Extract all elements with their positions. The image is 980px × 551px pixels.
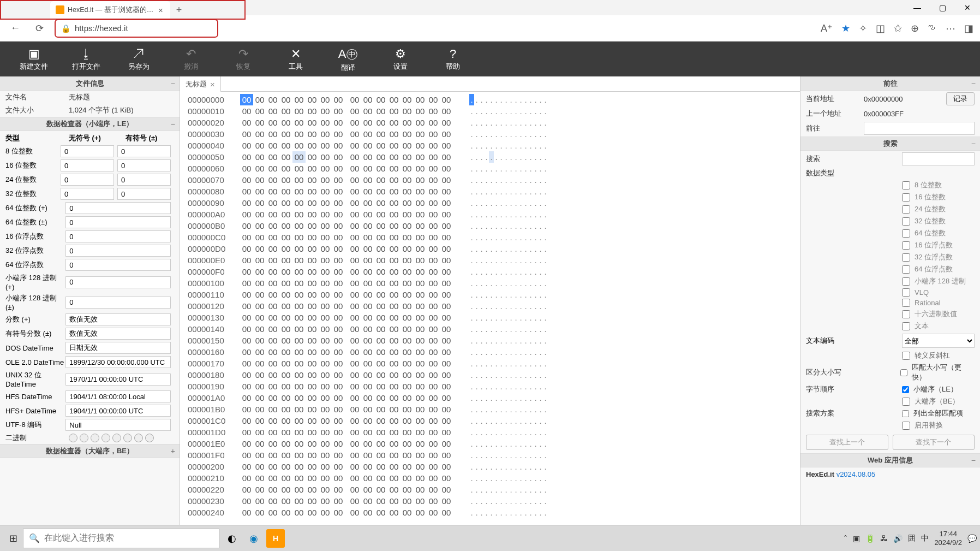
hexedit-icon[interactable]: H [266,529,285,548]
hex-byte[interactable]: 00 [361,140,374,151]
hex-byte[interactable]: 00 [361,197,374,209]
hex-byte[interactable]: 00 [332,186,345,197]
ascii-byte[interactable]: . [523,415,528,426]
hex-byte[interactable]: 00 [401,277,414,289]
hex-byte[interactable]: 00 [414,438,427,449]
ascii-byte[interactable]: . [484,243,489,254]
ascii-byte[interactable]: . [474,358,479,369]
ascii-byte[interactable]: . [469,186,474,197]
hex-byte[interactable]: 00 [374,381,387,392]
ascii-byte[interactable]: . [528,163,533,174]
ascii-byte[interactable]: . [469,404,474,415]
ascii-byte[interactable]: . [479,128,484,140]
hex-byte[interactable]: 00 [361,404,374,415]
hex-byte[interactable]: 00 [374,174,387,186]
hex-byte[interactable]: 00 [292,151,306,163]
hex-byte[interactable]: 00 [253,484,266,495]
ascii-byte[interactable]: . [528,128,533,140]
hex-byte[interactable]: 00 [279,243,292,254]
hex-byte[interactable]: 00 [240,369,253,381]
ascii-byte[interactable]: . [509,117,513,128]
hex-byte[interactable]: 00 [427,472,440,484]
ascii-byte[interactable]: . [533,243,538,254]
ascii-byte[interactable]: . [494,128,499,140]
hex-byte[interactable]: 00 [361,461,374,472]
hex-byte[interactable]: 00 [440,209,453,220]
ascii-byte[interactable]: . [543,426,548,438]
ascii-byte[interactable]: . [509,461,513,472]
hex-byte[interactable]: 00 [440,381,453,392]
hex-byte[interactable]: 00 [306,495,319,507]
hex-byte[interactable]: 00 [361,277,374,289]
hex-byte[interactable]: 00 [440,449,453,461]
ascii-byte[interactable]: . [504,94,509,105]
hex-byte[interactable]: 00 [240,300,253,312]
translate-button[interactable]: A㊥翻译 [322,43,374,75]
ascii-byte[interactable]: . [528,415,533,426]
hex-byte[interactable]: 00 [348,392,361,404]
hex-byte[interactable]: 00 [240,358,253,369]
tab-close-icon[interactable]: × [158,5,163,15]
ascii-byte[interactable]: . [518,105,523,117]
hex-byte[interactable]: 00 [427,186,440,197]
collapse-icon[interactable]: − [971,456,976,465]
favorites-bar-icon[interactable]: ✩ [894,22,902,34]
hex-byte[interactable]: 00 [387,266,401,277]
ascii-byte[interactable]: . [504,163,509,174]
ascii-byte[interactable]: . [533,174,538,186]
hex-byte[interactable]: 00 [253,174,266,186]
tray-ime-icon-1[interactable]: 囲 [908,534,916,543]
hex-byte[interactable]: 00 [374,151,387,163]
hex-byte[interactable]: 00 [240,484,253,495]
ascii-byte[interactable]: . [543,117,548,128]
ascii-byte[interactable]: . [543,335,548,346]
ascii-byte[interactable]: . [489,426,494,438]
hex-byte[interactable]: 00 [374,300,387,312]
ascii-byte[interactable]: . [523,472,528,484]
hex-byte[interactable]: 00 [253,94,266,105]
ascii-byte[interactable]: . [528,117,533,128]
hex-byte[interactable]: 00 [319,415,332,426]
ascii-byte[interactable]: . [469,209,474,220]
hex-byte[interactable]: 00 [427,140,440,151]
settings-button[interactable]: ⚙设置 [374,43,427,75]
hex-byte[interactable]: 00 [253,128,266,140]
hex-byte[interactable]: 00 [401,369,414,381]
hex-byte[interactable]: 00 [279,472,292,484]
ascii-byte[interactable]: . [528,220,533,232]
ascii-byte[interactable]: . [509,369,513,381]
hex-byte[interactable]: 00 [440,438,453,449]
hex-byte[interactable]: 00 [279,346,292,358]
hex-byte[interactable]: 00 [240,289,253,300]
hex-byte[interactable]: 00 [401,312,414,323]
ascii-byte[interactable]: . [504,105,509,117]
ascii-byte[interactable]: . [543,232,548,243]
ascii-byte[interactable]: . [469,289,474,300]
hex-byte[interactable]: 00 [319,312,332,323]
ascii-byte[interactable]: . [484,495,489,507]
ascii-byte[interactable]: . [469,151,474,163]
hex-byte[interactable]: 00 [427,323,440,335]
hex-byte[interactable]: 00 [401,300,414,312]
ascii-byte[interactable]: . [474,495,479,507]
hex-byte[interactable]: 00 [266,312,279,323]
hex-byte[interactable]: 00 [306,209,319,220]
hex-byte[interactable]: 00 [279,381,292,392]
ascii-byte[interactable]: . [479,105,484,117]
ascii-byte[interactable]: . [518,346,523,358]
hex-byte[interactable]: 00 [401,335,414,346]
ascii-byte[interactable]: . [543,289,548,300]
hex-byte[interactable]: 00 [440,495,453,507]
hex-byte[interactable]: 00 [440,186,453,197]
di-value-input[interactable] [65,297,171,309]
hex-byte[interactable]: 00 [387,151,401,163]
hex-byte[interactable]: 00 [292,300,306,312]
more-icon[interactable]: ⋯ [946,22,955,34]
ascii-byte[interactable]: . [533,105,538,117]
hex-byte[interactable]: 00 [266,140,279,151]
ascii-byte[interactable]: . [504,415,509,426]
hex-byte[interactable]: 00 [306,472,319,484]
datatype-checkbox[interactable] [902,229,910,238]
favorite-icon[interactable]: ★ [841,22,850,34]
hex-byte[interactable]: 00 [427,300,440,312]
